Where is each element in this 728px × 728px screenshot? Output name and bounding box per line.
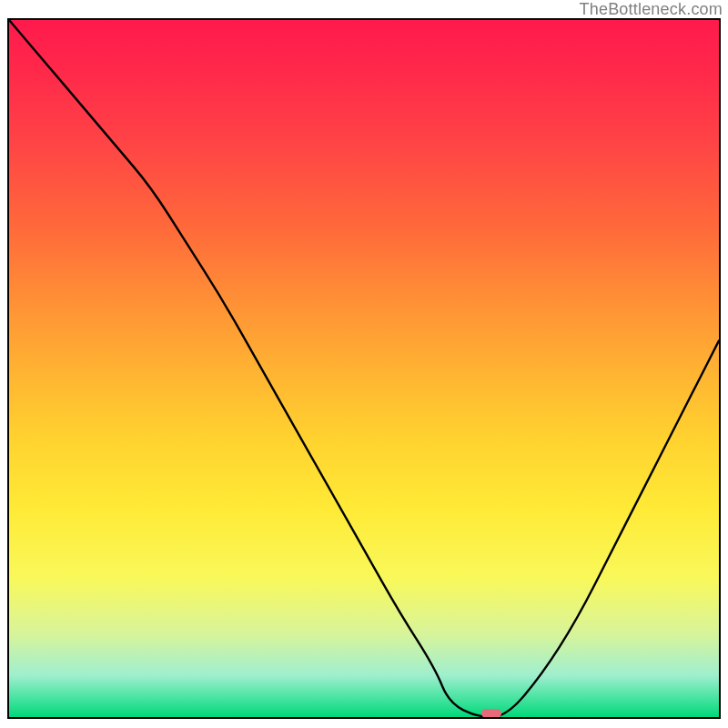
watermark-text: TheBottleneck.com: [580, 0, 723, 19]
chart-line: [9, 20, 719, 717]
chart-area: [7, 18, 721, 719]
optimal-point-marker: [481, 709, 501, 718]
